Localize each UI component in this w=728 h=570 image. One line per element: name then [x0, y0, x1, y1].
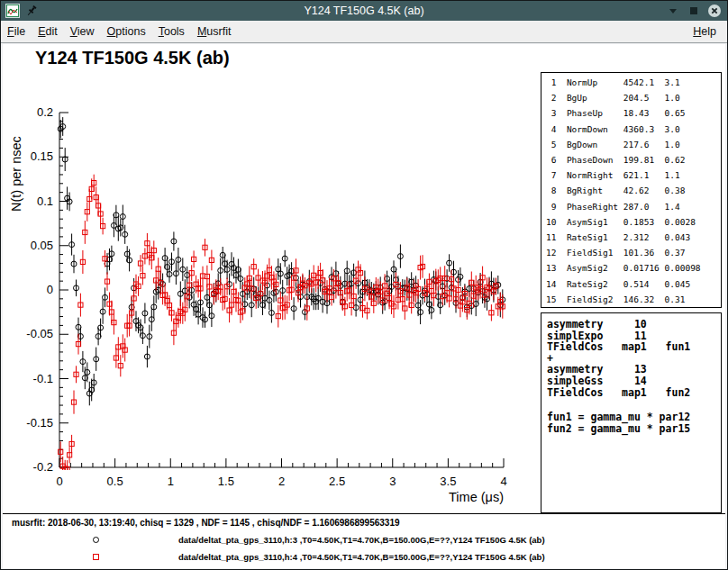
svg-text:3.5: 3.5 — [440, 475, 456, 488]
canvas-area: Y124 TF150G 4.5K (ab) 00.511.522.533.54-… — [3, 44, 725, 567]
svg-text:2: 2 — [278, 475, 285, 488]
parameter-row: 11 RateSig1 2.312 0.043 — [546, 230, 721, 245]
svg-text:4: 4 — [500, 475, 506, 488]
data-series-h4-red-squares — [59, 175, 505, 478]
svg-text:0.1: 0.1 — [37, 195, 53, 208]
theory-line: fun1 = gamma_mu * par12 — [547, 412, 721, 423]
app-icon — [5, 4, 20, 18]
parameter-row: 10 AsymSig1 0.1853 0.0028 — [546, 214, 721, 230]
svg-text:-0.2: -0.2 — [33, 460, 53, 474]
minimize-button[interactable] — [666, 4, 680, 18]
pin-button[interactable] — [25, 5, 38, 17]
parameter-row: 2 BgUp 204.5 1.0 — [546, 90, 721, 105]
window-title: Y124 TF150G 4.5K (ab) — [1, 1, 727, 21]
parameter-row: 8 BgRight 42.62 0.38 — [546, 183, 721, 198]
fit-info: musrfit: 2018-06-30, 13:19:40, chisq = 1… — [12, 518, 400, 528]
svg-text:0.05: 0.05 — [31, 239, 53, 252]
plot-title: Y124 TF150G 4.5K (ab) — [35, 48, 230, 68]
theory-line: TFieldCos map1 fun2 — [547, 387, 721, 399]
parameter-box: 1 NormUp 4542.1 3.1 2 BgUp 204.5 1.0 3 P… — [541, 72, 722, 308]
parameter-row: 6 PhaseDown 199.81 0.62 — [546, 152, 721, 167]
y-axis-title: N(t) per nsec — [9, 136, 23, 212]
legend: data/deltat_pta_gps_3110,h:3 ,T0=4.50K,T… — [93, 531, 545, 565]
data-series-h3-black-circles — [58, 117, 505, 405]
svg-text:-0.05: -0.05 — [26, 327, 53, 340]
maximize-button[interactable] — [687, 4, 701, 18]
chart-plot[interactable]: 00.511.522.533.54-0.2-0.15-0.1-0.0500.05… — [5, 100, 514, 512]
parameter-row: 12 FieldSig1 101.36 0.37 — [546, 245, 721, 260]
theory-line: fun2 = gamma_mu * par15 — [547, 423, 721, 435]
svg-text:-0.1: -0.1 — [33, 372, 53, 385]
svg-text:0: 0 — [47, 283, 53, 296]
parameter-row: 14 RateSig2 0.514 0.045 — [546, 276, 721, 292]
menubar: File Edit View Options Tools Musrfit Hel… — [1, 21, 727, 43]
parameter-row: 13 AsymSig2 0.01716 0.00098 — [546, 260, 721, 276]
legend-item: data/deltat_pta_gps_3110,h:4 ,T0=4.50K,T… — [93, 548, 545, 565]
theory-line: simpleGss 14 — [547, 375, 721, 387]
square-marker-icon — [93, 554, 99, 560]
legend-label: data/deltat_pta_gps_3110,h:4 ,T0=4.50K,T… — [178, 552, 545, 562]
svg-text:-0.15: -0.15 — [26, 416, 53, 430]
menu-options[interactable]: Options — [101, 25, 152, 38]
musrfit-plot-window: Y124 TF150G 4.5K (ab) File Edit View Opt… — [0, 0, 728, 570]
menu-tools[interactable]: Tools — [152, 25, 191, 38]
menu-edit[interactable]: Edit — [32, 25, 64, 38]
svg-text:0.5: 0.5 — [107, 475, 123, 488]
legend-label: data/deltat_pta_gps_3110,h:3 ,T0=4.50K,T… — [178, 535, 545, 545]
svg-text:2.5: 2.5 — [329, 475, 345, 488]
svg-text:0: 0 — [56, 475, 62, 488]
theory-line: TFieldCos map1 fun1 — [547, 341, 721, 353]
parameter-row: 1 NormUp 4542.1 3.1 — [546, 75, 721, 90]
parameter-row: 9 PhaseRight 287.0 1.4 — [546, 199, 721, 214]
svg-text:3: 3 — [389, 475, 396, 488]
close-button[interactable] — [707, 4, 722, 18]
svg-text:1: 1 — [168, 475, 174, 488]
menu-view[interactable]: View — [64, 25, 101, 38]
x-axis-title: Time (μs) — [449, 490, 504, 504]
theory-box: asymmetry 10simplExpo 11TFieldCos map1 f… — [541, 312, 722, 513]
parameter-row: 7 NormRight 621.1 1.1 — [546, 167, 721, 183]
svg-text:0.2: 0.2 — [37, 105, 53, 119]
svg-text:0.15: 0.15 — [31, 149, 53, 163]
menu-musrfit[interactable]: Musrfit — [191, 25, 238, 38]
parameter-row: 4 NormDown 4360.3 3.0 — [546, 122, 721, 137]
theory-line: asymmetry 10 — [547, 319, 721, 330]
titlebar[interactable]: Y124 TF150G 4.5K (ab) — [1, 1, 727, 21]
info-panel: musrfit: 2018-06-30, 13:19:40, chisq = 1… — [3, 513, 725, 568]
menu-file[interactable]: File — [1, 25, 32, 38]
legend-item: data/deltat_pta_gps_3110,h:3 ,T0=4.50K,T… — [93, 531, 545, 548]
circle-marker-icon — [93, 537, 99, 543]
parameter-row: 15 FieldSig2 146.32 0.31 — [546, 292, 721, 307]
parameter-row: 3 PhaseUp 18.43 0.65 — [546, 105, 721, 121]
svg-text:1.5: 1.5 — [218, 475, 234, 488]
parameter-row: 5 BgDown 217.6 1.0 — [546, 137, 721, 152]
axes — [59, 113, 504, 467]
menu-help[interactable]: Help — [687, 25, 727, 38]
